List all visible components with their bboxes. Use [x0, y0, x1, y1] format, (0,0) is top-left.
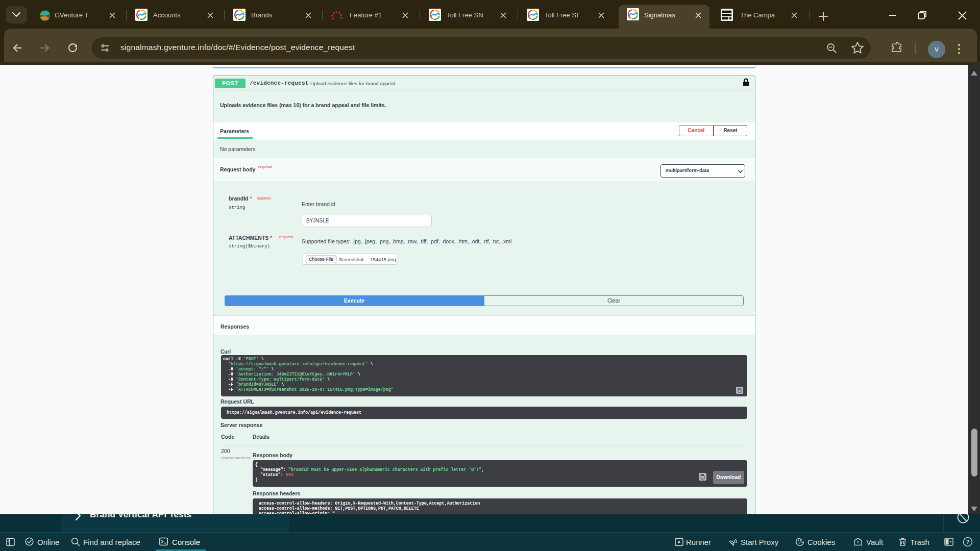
svg-text:?: ?: [966, 539, 970, 545]
